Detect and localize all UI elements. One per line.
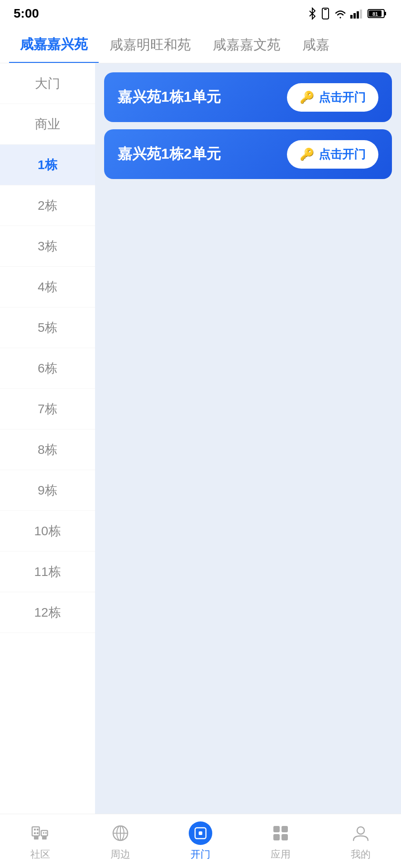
nav-label-opendoor: 开门 bbox=[191, 848, 210, 861]
door-card-1-title: 嘉兴苑1栋1单元 bbox=[118, 87, 221, 107]
nav-item-mine[interactable]: 我的 bbox=[329, 821, 392, 861]
key-icon-2: 🔑 bbox=[300, 147, 314, 161]
open-door-2-label: 点击开门 bbox=[319, 146, 366, 162]
status-icons: 81 bbox=[308, 7, 387, 20]
svg-rect-14 bbox=[37, 832, 38, 834]
bluetooth-icon bbox=[308, 7, 317, 20]
signal-icon bbox=[350, 9, 364, 19]
svg-point-30 bbox=[357, 827, 364, 834]
svg-rect-13 bbox=[34, 832, 36, 834]
opendoor-icon bbox=[189, 821, 212, 845]
status-bar: 5:00 81 bbox=[0, 0, 401, 27]
nearby-icon bbox=[109, 821, 132, 845]
nav-label-nearby: 周边 bbox=[110, 848, 130, 861]
tab-jiawenyuan[interactable]: 咸嘉嘉文苑 bbox=[202, 27, 291, 63]
door-card-2-title: 嘉兴苑1栋2单元 bbox=[118, 144, 221, 164]
svg-rect-12 bbox=[37, 829, 38, 830]
open-door-1-label: 点击开门 bbox=[319, 90, 366, 105]
svg-rect-25 bbox=[199, 831, 202, 835]
sidebar-item-6dong[interactable]: 6栋 bbox=[0, 348, 95, 389]
nav-item-nearby[interactable]: 周边 bbox=[89, 821, 152, 861]
sidebar-item-10dong[interactable]: 10栋 bbox=[0, 511, 95, 552]
sidebar-item-8dong[interactable]: 8栋 bbox=[0, 429, 95, 470]
sidebar-item-2dong[interactable]: 2栋 bbox=[0, 185, 95, 226]
sidebar-item-shangye[interactable]: 商业 bbox=[0, 104, 95, 145]
sidebar-item-7dong[interactable]: 7栋 bbox=[0, 389, 95, 429]
svg-rect-3 bbox=[353, 13, 356, 19]
community-icon bbox=[29, 821, 52, 845]
sidebar-item-12dong[interactable]: 12栋 bbox=[0, 592, 95, 633]
svg-rect-10 bbox=[32, 827, 39, 836]
sidebar-item-3dong[interactable]: 3栋 bbox=[0, 226, 95, 267]
door-card-2: 嘉兴苑1栋2单元 🔑 点击开门 bbox=[104, 129, 392, 179]
nav-item-opendoor[interactable]: 开门 bbox=[169, 821, 232, 861]
svg-rect-29 bbox=[282, 834, 288, 840]
svg-rect-17 bbox=[45, 832, 47, 834]
tab-xianjia[interactable]: 咸嘉 bbox=[291, 27, 340, 63]
sidebar: 大门 商业 1栋 2栋 3栋 4栋 5栋 6栋 7栋 8栋 9栋 10栋 11栋… bbox=[0, 63, 95, 814]
nav-item-community[interactable]: 社区 bbox=[9, 821, 72, 861]
sidebar-item-5dong[interactable]: 5栋 bbox=[0, 307, 95, 348]
nav-item-apps[interactable]: 应用 bbox=[249, 821, 312, 861]
tab-mingwangheyuan[interactable]: 咸嘉明旺和苑 bbox=[99, 27, 202, 63]
svg-rect-5 bbox=[360, 9, 362, 19]
main-content: 大门 商业 1栋 2栋 3栋 4栋 5栋 6栋 7栋 8栋 9栋 10栋 11栋… bbox=[0, 63, 401, 814]
nav-label-apps: 应用 bbox=[271, 848, 291, 861]
key-icon-1: 🔑 bbox=[300, 90, 314, 104]
svg-rect-26 bbox=[273, 826, 280, 832]
svg-rect-1 bbox=[324, 9, 327, 10]
nav-label-community: 社区 bbox=[30, 848, 50, 861]
sidebar-item-9dong[interactable]: 9栋 bbox=[0, 470, 95, 511]
battery-icon: 81 bbox=[368, 8, 387, 19]
door-card-1: 嘉兴苑1栋1单元 🔑 点击开门 bbox=[104, 72, 392, 122]
svg-text:81: 81 bbox=[372, 11, 378, 17]
tab-jiaxingyuan[interactable]: 咸嘉嘉兴苑 bbox=[9, 27, 99, 63]
sidebar-item-1dong[interactable]: 1栋 bbox=[0, 145, 95, 185]
top-tabs: 咸嘉嘉兴苑 咸嘉明旺和苑 咸嘉嘉文苑 咸嘉 bbox=[0, 27, 401, 63]
sidebar-item-damen[interactable]: 大门 bbox=[0, 63, 95, 104]
svg-rect-28 bbox=[273, 834, 280, 840]
svg-rect-16 bbox=[43, 832, 44, 834]
svg-rect-27 bbox=[282, 826, 288, 832]
svg-rect-7 bbox=[384, 12, 386, 15]
open-door-1-button[interactable]: 🔑 点击开门 bbox=[287, 83, 378, 112]
svg-rect-18 bbox=[34, 836, 38, 840]
nav-label-mine: 我的 bbox=[351, 848, 371, 861]
svg-rect-2 bbox=[350, 15, 353, 19]
sidebar-item-11dong[interactable]: 11栋 bbox=[0, 552, 95, 592]
sidebar-item-4dong[interactable]: 4栋 bbox=[0, 267, 95, 307]
apps-icon bbox=[269, 821, 292, 845]
status-time: 5:00 bbox=[14, 6, 39, 21]
bottom-nav: 社区 周边 开门 应用 我的 bbox=[0, 814, 401, 868]
wifi-icon bbox=[334, 9, 347, 19]
svg-rect-11 bbox=[34, 829, 36, 830]
svg-rect-19 bbox=[42, 836, 47, 840]
mine-icon bbox=[349, 821, 372, 845]
phone-vibrate-icon bbox=[320, 7, 330, 20]
content-area: 嘉兴苑1栋1单元 🔑 点击开门 嘉兴苑1栋2单元 🔑 点击开门 bbox=[95, 63, 401, 814]
open-door-2-button[interactable]: 🔑 点击开门 bbox=[287, 140, 378, 169]
svg-rect-4 bbox=[357, 11, 359, 19]
